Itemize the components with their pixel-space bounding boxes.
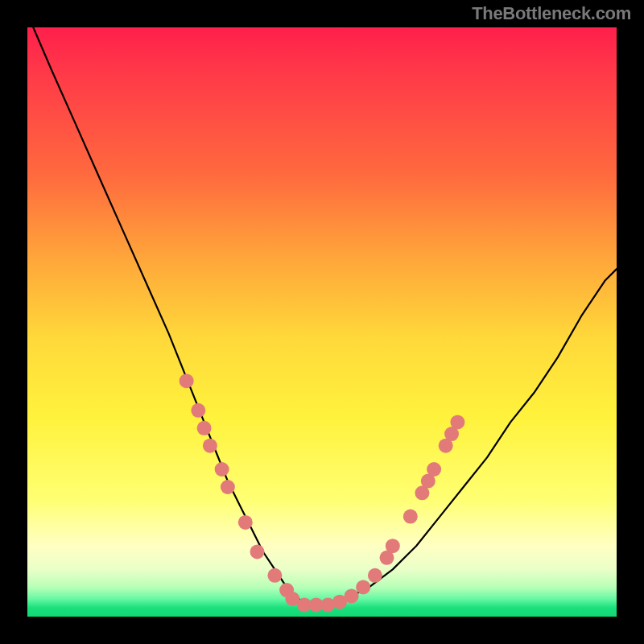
marker-point — [386, 539, 400, 553]
marker-point — [403, 510, 418, 524]
marker-point — [250, 545, 265, 559]
marker-point — [427, 462, 441, 477]
marker-point — [267, 568, 282, 583]
marker-point — [345, 588, 359, 603]
chart-container: TheBottleneck.com — [0, 0, 644, 644]
marker-point — [238, 515, 253, 530]
marker-point — [221, 480, 235, 494]
marker-point — [197, 421, 212, 436]
plot-area — [27, 27, 617, 617]
marker-point — [191, 403, 205, 418]
marker-point — [356, 580, 370, 594]
marker-point — [215, 462, 229, 477]
marker-point — [450, 415, 464, 429]
marker-point — [180, 374, 194, 388]
highlighted-points — [180, 374, 465, 612]
marker-point — [368, 568, 382, 583]
chart-overlay — [27, 27, 617, 617]
attribution-text: TheBottleneck.com — [472, 3, 631, 24]
marker-point — [203, 439, 217, 453]
bottleneck-curve — [33, 27, 617, 605]
